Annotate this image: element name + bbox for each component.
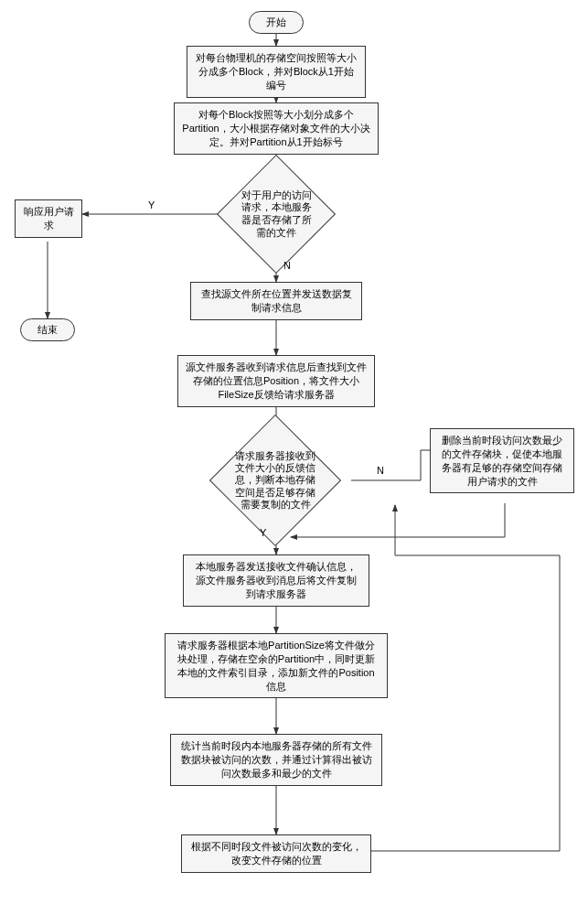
step-count-accesses: 统计当前时段内本地服务器存储的所有文件数据块被访问的次数，并通过计算得出被访问次… — [170, 734, 382, 786]
end-label: 结束 — [37, 324, 58, 335]
start-terminator: 开始 — [249, 11, 304, 34]
label-yes: Y — [148, 199, 155, 210]
label-no: N — [283, 260, 291, 271]
decision-text: 对于用户的访问请求，本地服务器是否存储了所需的文件 — [238, 189, 315, 240]
step-delete-least-accessed: 删除当前时段访问次数最少的文件存储块，促使本地服务器有足够的存储空间存储用户请求… — [430, 428, 574, 493]
step-text: 源文件服务器收到请求信息后查找到文件存储的位置信息Position，将文件大小F… — [186, 361, 367, 400]
step-text: 对每台物理机的存储空间按照等大小分成多个Block，并对Block从1开始编号 — [196, 52, 357, 91]
decision-enough-space: 请求服务器接收到文件大小的反馈信息，判断本地存储空间是否足够存储需要复制的文件 — [229, 434, 322, 527]
step-text: 本地服务器发送接收文件确认信息，源文件服务器收到消息后将文件复制到请求服务器 — [196, 561, 357, 599]
step-source-feedback: 源文件服务器收到请求信息后查找到文件存储的位置信息Position，将文件大小F… — [177, 355, 375, 407]
label-yes-2: Y — [260, 527, 266, 538]
start-label: 开始 — [266, 16, 286, 27]
step-find-source-request: 查找源文件所在位置并发送数据复制请求信息 — [190, 282, 362, 320]
step-partition-subdivide: 对每个Block按照等大小划分成多个Partition，大小根据存储对象文件的大… — [174, 102, 379, 155]
end-terminator: 结束 — [20, 318, 75, 341]
decision-local-has-file: 对于用户的访问请求，本地服务器是否存储了所需的文件 — [234, 172, 318, 256]
step-text: 响应用户请求 — [24, 206, 74, 231]
step-relocate-files: 根据不同时段文件被访问次数的变化，改变文件存储的位置 — [181, 834, 371, 873]
step-text: 对每个Block按照等大小划分成多个Partition，大小根据存储对象文件的大… — [182, 109, 369, 147]
flowchart-canvas: 开始 对每台物理机的存储空间按照等大小分成多个Block，并对Block从1开始… — [11, 11, 578, 904]
step-respond-user: 响应用户请求 — [15, 199, 82, 238]
step-text: 查找源文件所在位置并发送数据复制请求信息 — [201, 288, 352, 313]
step-confirm-and-copy: 本地服务器发送接收文件确认信息，源文件服务器收到消息后将文件复制到请求服务器 — [183, 554, 369, 607]
step-text: 删除当前时段访问次数最少的文件存储块，促使本地服务器有足够的存储空间存储用户请求… — [442, 435, 562, 487]
step-chunk-store-index: 请求服务器根据本地PartitionSize将文件做分块处理，存储在空余的Par… — [165, 633, 388, 698]
step-text: 根据不同时段文件被访问次数的变化，改变文件存储的位置 — [191, 841, 362, 866]
decision-text: 请求服务器接收到文件大小的反馈信息，判断本地存储空间是否足够存储需要复制的文件 — [232, 450, 318, 511]
step-block-partition: 对每台物理机的存储空间按照等大小分成多个Block，并对Block从1开始编号 — [187, 46, 366, 98]
step-text: 统计当前时段内本地服务器存储的所有文件数据块被访问的次数，并通过计算得出被访问次… — [181, 740, 372, 779]
label-no-2: N — [377, 465, 384, 476]
step-text: 请求服务器根据本地PartitionSize将文件做分块处理，存储在空余的Par… — [177, 640, 375, 692]
